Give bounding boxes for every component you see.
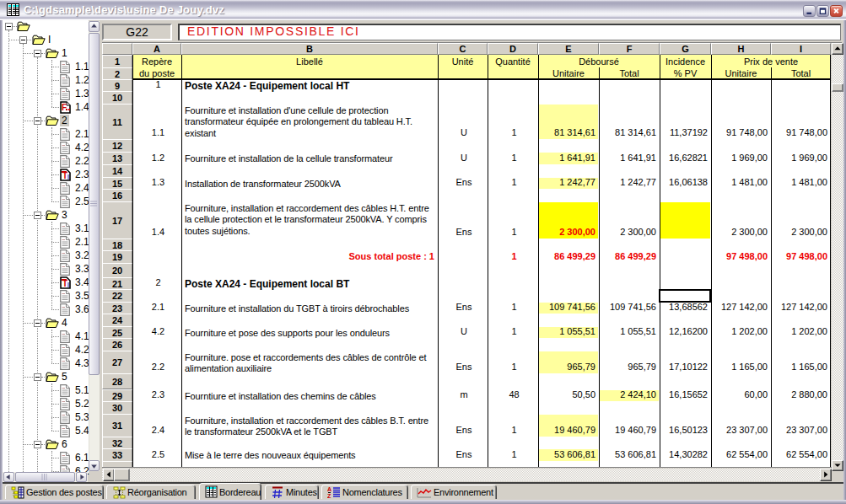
svg-text:A: A (327, 486, 331, 492)
svg-text:F: F (62, 103, 67, 112)
svg-text:Z: Z (327, 493, 331, 499)
svg-text:T: T (62, 279, 67, 288)
svg-text:T: T (62, 171, 67, 180)
